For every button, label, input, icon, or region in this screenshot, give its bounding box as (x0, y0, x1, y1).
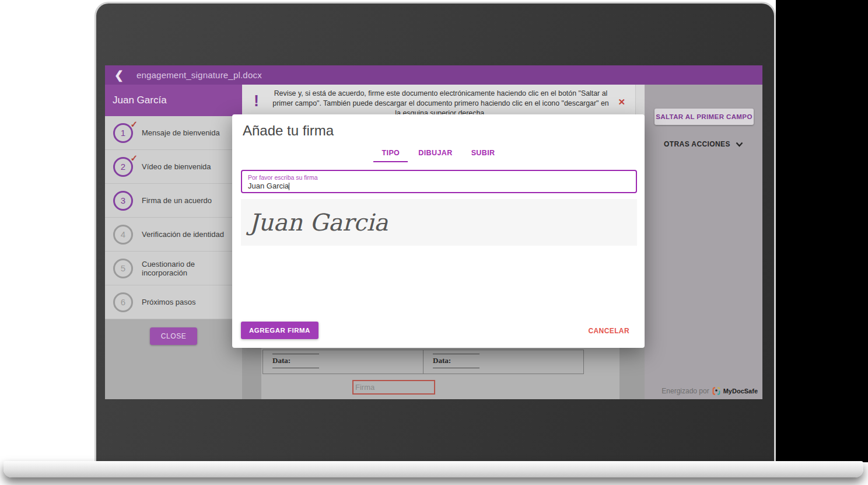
more-actions-label: OTRAS ACCIONES (664, 140, 730, 148)
brand-name: MyDocSafe (723, 388, 758, 395)
date-line (433, 367, 480, 368)
add-signature-modal: Añade tu firma TIPO DIBUJAR SUBIR Por fa… (232, 114, 645, 348)
app-window: ❮ engagement_signature_pl.docx Juan Garc… (105, 65, 762, 399)
step-label: Verificación de identidad (142, 230, 224, 239)
table-cell-left: Data: (263, 350, 423, 374)
step-number-circle: 4 (113, 225, 133, 245)
check-icon: ✓ (130, 119, 138, 130)
mydocsafe-logo-icon (712, 387, 720, 395)
data-label: Data: (433, 356, 583, 365)
jump-to-first-field-button[interactable]: SALTAR AL PRIMER CAMPO (654, 109, 754, 125)
signature-line (433, 353, 480, 354)
more-actions-dropdown[interactable]: OTRAS ACCIONES (645, 140, 762, 148)
document-title-bar: ❮ engagement_signature_pl.docx (105, 65, 762, 85)
check-icon: ✓ (130, 153, 138, 163)
add-signature-button[interactable]: AGREGAR FIRMA (241, 322, 318, 339)
signature-tabs: TIPO DIBUJAR SUBIR (232, 144, 645, 162)
cancel-button[interactable]: CANCELAR (588, 327, 629, 335)
step-label: Mensaje de bienvenida (142, 128, 220, 137)
powered-by-label: Energizado por (662, 387, 709, 395)
powered-by: Energizado por MyDocSafe (662, 387, 758, 395)
tab-dibujar[interactable]: DIBUJAR (410, 144, 460, 162)
step-number-circle: 5 (113, 259, 133, 278)
close-notification-icon[interactable]: ✕ (618, 97, 625, 107)
signature-preview: Juan Garcia (241, 199, 637, 246)
sidebar-footer: CLOSE (105, 319, 242, 399)
sidebar-item-verificacion-de-identidad[interactable]: 4 Verificación de identidad (105, 218, 242, 252)
document-filename: engagement_signature_pl.docx (136, 70, 262, 80)
document-signature-table: Data: Data: (262, 350, 584, 374)
signature-input-value: Juan Garcia (248, 182, 630, 190)
step-label: Firma de un acuerdo (142, 196, 212, 205)
steps-sidebar: Juan García 1 ✓ Mensaje de bienvenida 2 … (105, 85, 242, 399)
signature-input-label: Por favor escriba su firma (248, 174, 630, 181)
text-caret (289, 183, 289, 190)
actions-panel: SALTAR AL PRIMER CAMPO OTRAS ACCIONES En… (645, 85, 762, 399)
signer-name: Juan García (105, 85, 242, 116)
sidebar-item-proximos-pasos[interactable]: 6 Próximos pasos (105, 285, 242, 319)
table-cell-right: Data: (423, 350, 583, 374)
date-line (272, 367, 319, 368)
back-icon[interactable]: ❮ (114, 69, 124, 81)
sidebar-item-video-de-bienvenida[interactable]: 2 ✓ Vídeo de bienvenida (105, 150, 242, 184)
data-label: Data: (272, 356, 423, 365)
step-number-circle: 6 (113, 292, 133, 312)
step-label: Cuestionario de incorporación (142, 260, 242, 277)
sidebar-item-cuestionario-de-incorporacion[interactable]: 5 Cuestionario de incorporación (105, 252, 242, 285)
signature-line (272, 353, 319, 354)
close-button[interactable]: CLOSE (150, 327, 198, 345)
tab-tipo[interactable]: TIPO (373, 144, 408, 162)
device-mockup: ❮ engagement_signature_pl.docx Juan Garc… (0, 0, 868, 485)
modal-title: Añade tu firma (243, 123, 334, 139)
chevron-down-icon (736, 142, 743, 147)
sidebar-item-mensaje-de-bienvenida[interactable]: 1 ✓ Mensaje de bienvenida (105, 116, 242, 150)
signature-text-input[interactable]: Por favor escriba su firma Juan Garcia (241, 170, 637, 193)
background-right (776, 0, 868, 462)
step-number-circle: 3 (113, 191, 133, 211)
step-label: Vídeo de bienvenida (142, 162, 211, 171)
tab-subir[interactable]: SUBIR (463, 144, 503, 162)
step-label: Próximos pasos (142, 298, 195, 306)
sidebar-item-firma-de-un-acuerdo[interactable]: 3 Firma de un acuerdo (105, 184, 242, 218)
signature-field[interactable]: Firma (352, 380, 435, 395)
laptop-base (4, 461, 863, 477)
exclamation-icon: ! (254, 92, 259, 110)
